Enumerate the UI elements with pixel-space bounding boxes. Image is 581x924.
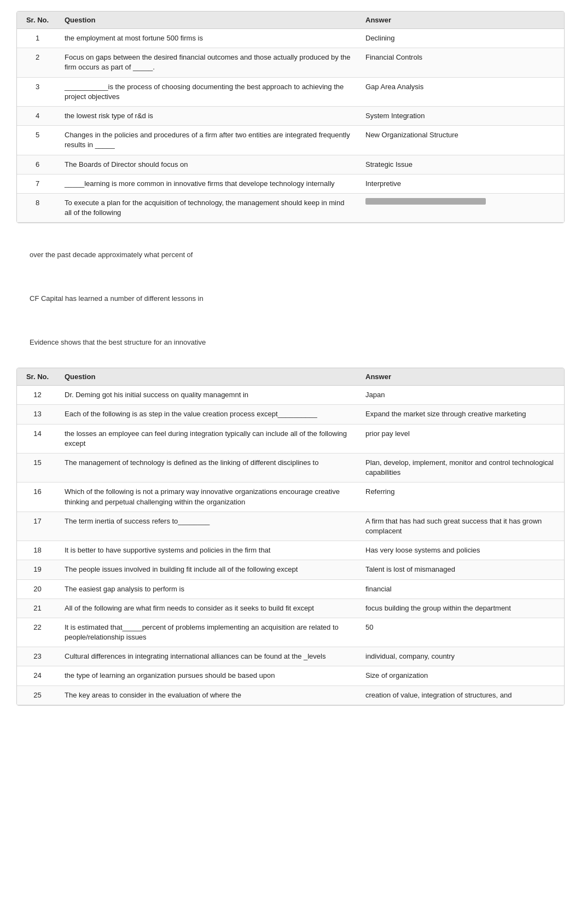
cell-question: Which of the following is not a primary … — [58, 483, 359, 512]
spacer-section-1: over the past decade approximately what … — [16, 236, 565, 280]
cell-question: Cultural differences in integrating inte… — [58, 647, 359, 666]
table-row: 3___________is the process of choosing d… — [17, 77, 564, 106]
table-row: 6The Boards of Director should focus onS… — [17, 155, 564, 174]
cell-question: The people issues involved in building f… — [58, 560, 359, 579]
table-row: 17The term inertia of success refers to_… — [17, 512, 564, 541]
cell-srno: 2 — [17, 48, 58, 77]
cell-srno: 5 — [17, 126, 58, 155]
cell-srno: 16 — [17, 483, 58, 512]
cell-answer: individual, company, country — [359, 647, 564, 666]
table-2-header-srno: Sr. No. — [17, 368, 58, 386]
cell-answer: System Integration — [359, 106, 564, 125]
table-1: Sr. No. Question Answer 1the employment … — [17, 11, 564, 223]
table-row: 4the lowest risk type of r&d isSystem In… — [17, 106, 564, 125]
cell-question: It is estimated that_____percent of prob… — [58, 618, 359, 647]
table-2-header-question: Question — [58, 368, 359, 386]
table-2: Sr. No. Question Answer 12Dr. Deming got… — [17, 368, 564, 705]
spacer-section-2: CF Capital has learned a number of diffe… — [16, 280, 565, 324]
table-1-header-answer: Answer — [359, 11, 564, 29]
cell-question: The easiest gap analysis to perform is — [58, 579, 359, 598]
table-row: 2Focus on gaps between the desired finan… — [17, 48, 564, 77]
cell-srno: 25 — [17, 685, 58, 705]
table-row: 14the losses an employee can feel during… — [17, 424, 564, 453]
cell-srno: 18 — [17, 541, 58, 560]
cell-question: Dr. Deming got his initial success on qu… — [58, 386, 359, 405]
cell-srno: 3 — [17, 77, 58, 106]
cell-answer: Declining — [359, 29, 564, 48]
table-row: 1the employment at most fortune 500 firm… — [17, 29, 564, 48]
table-row: 7_____learning is more common in innovat… — [17, 174, 564, 193]
cell-answer: Talent is lost of mismanaged — [359, 560, 564, 579]
cell-answer: A firm that has had such great success t… — [359, 512, 564, 541]
table-2-container: Sr. No. Question Answer 12Dr. Deming got… — [16, 368, 565, 706]
table-2-header-row: Sr. No. Question Answer — [17, 368, 564, 386]
cell-answer: Japan — [359, 386, 564, 405]
cell-answer: blurred content here — [359, 193, 564, 222]
cell-question: the employment at most fortune 500 firms… — [58, 29, 359, 48]
table-1-container: Sr. No. Question Answer 1the employment … — [16, 11, 565, 223]
page: Sr. No. Question Answer 1the employment … — [0, 0, 581, 924]
cell-answer: prior pay level — [359, 424, 564, 453]
cell-answer: 50 — [359, 618, 564, 647]
cell-answer: Interpretive — [359, 174, 564, 193]
table-row: 22It is estimated that_____percent of pr… — [17, 618, 564, 647]
table-row: 20The easiest gap analysis to perform is… — [17, 579, 564, 598]
partial-text-2: CF Capital has learned a number of diffe… — [23, 289, 558, 308]
table-row: 5Changes in the policies and procedures … — [17, 126, 564, 155]
cell-answer: Gap Area Analysis — [359, 77, 564, 106]
table-row: 19The people issues involved in building… — [17, 560, 564, 579]
cell-answer: Referring — [359, 483, 564, 512]
cell-question: To execute a plan for the acquisition of… — [58, 193, 359, 222]
cell-answer: financial — [359, 579, 564, 598]
cell-answer: Plan, develop, implement, monitor and co… — [359, 454, 564, 483]
spacer-section-3: Evidence shows that the best structure f… — [16, 324, 565, 368]
table-2-header-answer: Answer — [359, 368, 564, 386]
table-row: 13Each of the following is as step in th… — [17, 405, 564, 424]
cell-question: the losses an employee can feel during i… — [58, 424, 359, 453]
table-row: 24the type of learning an organization p… — [17, 666, 564, 685]
cell-srno: 12 — [17, 386, 58, 405]
cell-question: the lowest risk type of r&d is — [58, 106, 359, 125]
cell-srno: 8 — [17, 193, 58, 222]
cell-srno: 6 — [17, 155, 58, 174]
table-row: 23Cultural differences in integrating in… — [17, 647, 564, 666]
cell-srno: 4 — [17, 106, 58, 125]
cell-answer: Strategic Issue — [359, 155, 564, 174]
cell-srno: 21 — [17, 598, 58, 618]
cell-answer: Has very loose systems and policies — [359, 541, 564, 560]
cell-srno: 24 — [17, 666, 58, 685]
cell-question: Changes in the policies and procedures o… — [58, 126, 359, 155]
cell-srno: 17 — [17, 512, 58, 541]
cell-answer: New Organizational Structure — [359, 126, 564, 155]
partial-text-1: over the past decade approximately what … — [23, 245, 558, 264]
table-row: 25The key areas to consider in the evalu… — [17, 685, 564, 705]
cell-question: The Boards of Director should focus on — [58, 155, 359, 174]
cell-answer: focus building the group within the depa… — [359, 598, 564, 618]
cell-question: _____learning is more common in innovati… — [58, 174, 359, 193]
cell-srno: 20 — [17, 579, 58, 598]
table-row: 15The management of technology is define… — [17, 454, 564, 483]
cell-srno: 1 — [17, 29, 58, 48]
cell-srno: 23 — [17, 647, 58, 666]
cell-question: The management of technology is defined … — [58, 454, 359, 483]
table-1-header-question: Question — [58, 11, 359, 29]
cell-question: ___________is the process of choosing do… — [58, 77, 359, 106]
cell-answer: creation of value, integration of struct… — [359, 685, 564, 705]
cell-question: the type of learning an organization pur… — [58, 666, 359, 685]
table-row: 18It is better to have supportive system… — [17, 541, 564, 560]
table-row: 16Which of the following is not a primar… — [17, 483, 564, 512]
cell-answer: Expand the market size through creative … — [359, 405, 564, 424]
table-1-header-row: Sr. No. Question Answer — [17, 11, 564, 29]
cell-question: All of the following are what firm needs… — [58, 598, 359, 618]
cell-question: The key areas to consider in the evaluat… — [58, 685, 359, 705]
cell-srno: 22 — [17, 618, 58, 647]
cell-srno: 13 — [17, 405, 58, 424]
cell-srno: 19 — [17, 560, 58, 579]
cell-srno: 7 — [17, 174, 58, 193]
cell-question: Focus on gaps between the desired financ… — [58, 48, 359, 77]
table-row: 12Dr. Deming got his initial success on … — [17, 386, 564, 405]
table-row: 8To execute a plan for the acquisition o… — [17, 193, 564, 222]
partial-text-3: Evidence shows that the best structure f… — [23, 333, 558, 352]
cell-answer: Financial Controls — [359, 48, 564, 77]
table-row: 21All of the following are what firm nee… — [17, 598, 564, 618]
